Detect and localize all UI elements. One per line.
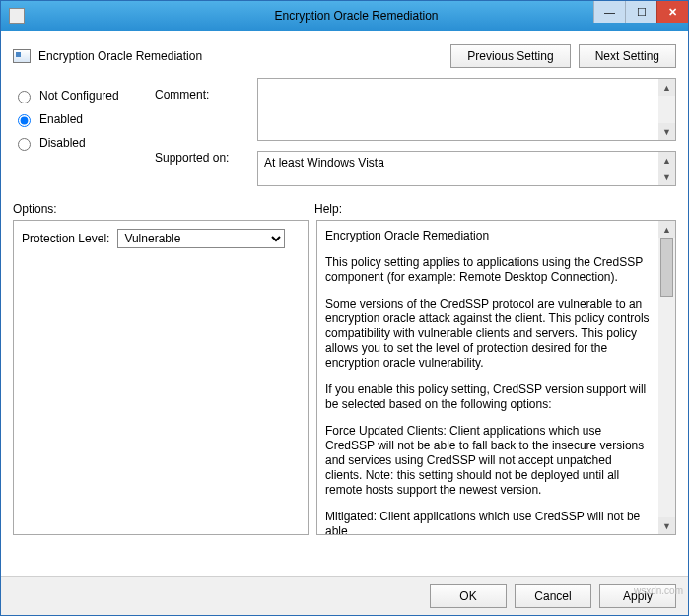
titlebar: Encryption Oracle Remediation — ☐ ✕: [1, 1, 688, 31]
radio-disabled[interactable]: Disabled: [13, 135, 141, 151]
supported-on-value: At least Windows Vista: [264, 156, 384, 170]
supported-on-label: Supported on:: [155, 151, 243, 165]
comment-label: Comment:: [155, 88, 243, 102]
help-text: Encryption Oracle Remediation This polic…: [325, 229, 652, 535]
protection-level-select[interactable]: Vulnerable: [117, 229, 285, 248]
radio-enabled-label: Enabled: [39, 112, 83, 126]
protection-level-label: Protection Level:: [22, 232, 109, 245]
window-title: Encryption Oracle Remediation: [25, 9, 688, 23]
radio-enabled-input[interactable]: [18, 114, 31, 127]
help-paragraph: Mitigated: Client applications which use…: [325, 510, 652, 535]
help-paragraph: If you enable this policy setting, CredS…: [325, 382, 652, 412]
ok-button[interactable]: OK: [430, 584, 507, 608]
panes: Protection Level: Vulnerable Encryption …: [1, 220, 688, 535]
scroll-up-icon[interactable]: ▲: [658, 152, 675, 169]
window-controls: — ☐ ✕: [593, 1, 688, 23]
radio-not-configured-input[interactable]: [18, 91, 31, 103]
app-icon: [9, 8, 25, 24]
help-section-label: Help:: [314, 202, 342, 216]
help-scrollbar[interactable]: ▲ ▼: [658, 221, 675, 534]
comment-scrollbar[interactable]: ▲ ▼: [658, 79, 675, 140]
scroll-up-icon[interactable]: ▲: [658, 221, 675, 238]
cancel-button[interactable]: Cancel: [515, 584, 591, 608]
minimize-button[interactable]: —: [593, 1, 625, 23]
policy-icon: [13, 49, 31, 63]
options-pane: Protection Level: Vulnerable: [13, 220, 309, 535]
radio-not-configured-label: Not Configured: [39, 89, 119, 103]
options-section-label: Options:: [13, 202, 314, 216]
scroll-down-icon[interactable]: ▼: [658, 123, 675, 140]
next-setting-button[interactable]: Next Setting: [579, 44, 676, 68]
help-title: Encryption Oracle Remediation: [325, 229, 652, 243]
state-radio-group: Not Configured Enabled Disabled: [13, 78, 141, 186]
supported-scrollbar[interactable]: ▲ ▼: [658, 152, 675, 185]
field-values: ▲ ▼ At least Windows Vista ▲ ▼: [257, 78, 676, 186]
previous-setting-button[interactable]: Previous Setting: [450, 44, 570, 68]
scroll-up-icon[interactable]: ▲: [658, 79, 675, 96]
page-title: Encryption Oracle Remediation: [38, 49, 202, 63]
comment-textarea[interactable]: ▲ ▼: [257, 78, 676, 141]
supported-on-box: At least Windows Vista ▲ ▼: [257, 151, 676, 186]
scroll-thumb[interactable]: [660, 238, 673, 297]
protection-level-row: Protection Level: Vulnerable: [22, 229, 300, 248]
radio-disabled-input[interactable]: [18, 138, 31, 151]
radio-disabled-label: Disabled: [39, 136, 86, 150]
section-labels: Options: Help:: [1, 186, 688, 220]
scroll-down-icon[interactable]: ▼: [658, 517, 675, 534]
config-area: Not Configured Enabled Disabled Comment:…: [1, 78, 688, 186]
header-row: Encryption Oracle Remediation Previous S…: [1, 31, 688, 78]
apply-button[interactable]: Apply: [599, 584, 676, 608]
help-paragraph: Some versions of the CredSSP protocol ar…: [325, 297, 652, 371]
radio-not-configured[interactable]: Not Configured: [13, 88, 141, 103]
scroll-down-icon[interactable]: ▼: [658, 169, 675, 185]
field-labels: Comment: Supported on:: [155, 78, 243, 186]
help-paragraph: This policy setting applies to applicati…: [325, 255, 652, 285]
help-paragraph: Force Updated Clients: Client applicatio…: [325, 424, 652, 498]
dialog-footer: OK Cancel Apply: [1, 576, 688, 615]
close-button[interactable]: ✕: [656, 1, 688, 23]
radio-enabled[interactable]: Enabled: [13, 111, 141, 127]
help-pane: Encryption Oracle Remediation This polic…: [316, 220, 676, 535]
maximize-button[interactable]: ☐: [625, 1, 656, 23]
